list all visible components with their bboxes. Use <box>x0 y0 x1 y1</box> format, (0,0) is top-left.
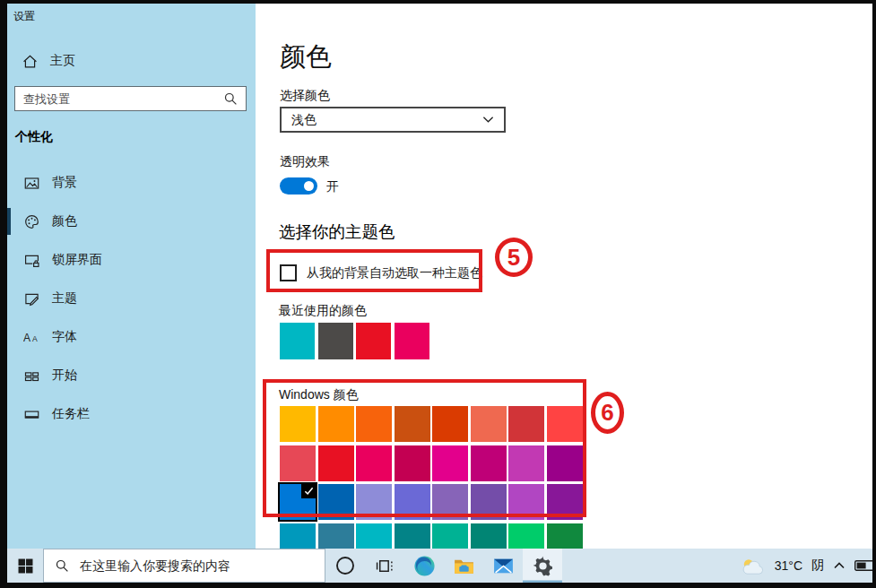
chevron-up-icon[interactable] <box>833 561 846 570</box>
windows-logo-icon <box>18 558 33 574</box>
taskbar-settings-button[interactable] <box>523 549 562 583</box>
windows-color-r2c7[interactable] <box>508 445 544 481</box>
recent-color-red[interactable] <box>356 323 391 359</box>
choose-color-label: 选择颜色 <box>280 88 330 104</box>
taskbar-task-view-button[interactable] <box>365 549 404 583</box>
windows-color-r3c6[interactable] <box>471 484 507 520</box>
fonts-icon: AA <box>22 330 40 345</box>
windows-color-r2c5[interactable] <box>432 445 468 481</box>
auto-pick-row: 从我的背景自动选取一种主题色 <box>280 264 482 281</box>
taskbar-file-explorer-button[interactable] <box>444 549 483 583</box>
windows-color-r4c7[interactable] <box>508 523 544 549</box>
weather-temperature[interactable]: 31°C <box>775 558 802 573</box>
palette-icon <box>22 214 40 229</box>
annotation-step-5: 5 <box>495 238 533 277</box>
sidebar-item-taskbar[interactable]: 任务栏 <box>7 396 256 432</box>
home-icon <box>22 54 38 69</box>
weather-cloud-icon[interactable] <box>741 557 766 575</box>
taskbar-cortana-button[interactable] <box>325 549 365 583</box>
auto-pick-label: 从我的背景自动选取一种主题色 <box>307 265 482 281</box>
cortana-icon <box>335 556 355 575</box>
chevron-down-icon <box>482 116 494 124</box>
windows-color-r2c4[interactable] <box>395 445 430 481</box>
windows-color-r1c6[interactable] <box>471 406 507 442</box>
home-label: 主页 <box>50 53 75 69</box>
windows-color-r3c2[interactable] <box>318 484 354 520</box>
settings-search-box[interactable] <box>14 86 247 111</box>
explorer-icon <box>453 555 475 577</box>
windows-color-r3c4[interactable] <box>395 484 430 520</box>
desktop-screenshot: 设置 主页 个性化 背景颜色锁屏界面主题AA字体开始任务栏 颜色 选择颜色 浅色 <box>0 0 876 588</box>
windows-color-r4c5[interactable] <box>432 523 468 549</box>
settings-window: 设置 主页 个性化 背景颜色锁屏界面主题AA字体开始任务栏 颜色 选择颜色 浅色 <box>7 4 872 549</box>
sidebar-item-themes[interactable]: 主题 <box>7 281 256 316</box>
sidebar-item-lock-screen[interactable]: 锁屏界面 <box>7 242 256 278</box>
page-title: 颜色 <box>280 39 332 75</box>
windows-color-r4c8[interactable] <box>547 523 583 549</box>
windows-color-r4c3[interactable] <box>356 523 392 549</box>
recent-color-pink[interactable] <box>395 323 429 359</box>
windows-color-r1c3[interactable] <box>356 406 392 442</box>
choose-color-dropdown[interactable]: 浅色 <box>280 107 506 133</box>
windows-color-r2c3[interactable] <box>356 445 392 481</box>
windows-color-r3c7[interactable] <box>508 484 544 520</box>
taskbar-mail-button[interactable] <box>483 549 523 583</box>
windows-colors-label: Windows 颜色 <box>279 387 359 403</box>
windows-colors-grid <box>280 406 583 549</box>
selected-check-icon <box>301 484 316 498</box>
windows-color-r3c8[interactable] <box>547 484 583 520</box>
windows-color-r1c8[interactable] <box>547 406 583 442</box>
windows-color-r1c7[interactable] <box>508 406 544 442</box>
taskview-icon <box>376 557 395 575</box>
recent-color-dark-gray[interactable] <box>318 323 353 359</box>
colors-settings-pane: 颜色 选择颜色 浅色 透明效果 开 选择你的主题色 从我的背景自动选取一种主题色… <box>256 4 872 549</box>
windows-color-r2c1[interactable] <box>280 445 316 481</box>
sidebar-item-label: 主题 <box>52 290 77 307</box>
windows-color-r1c5[interactable] <box>432 406 468 442</box>
windows-color-r4c6[interactable] <box>471 523 507 549</box>
windows-color-r1c4[interactable] <box>395 406 430 442</box>
battery-icon[interactable] <box>854 559 872 572</box>
settings-search-input[interactable] <box>15 92 224 106</box>
taskbar-edge-button[interactable] <box>404 549 444 583</box>
taskbar-app-icons <box>325 549 562 583</box>
sidebar-item-label: 字体 <box>52 329 77 345</box>
windows-color-r4c1[interactable] <box>280 523 316 549</box>
weather-condition[interactable]: 阴 <box>811 558 824 574</box>
recent-color-teal[interactable] <box>280 323 315 359</box>
edge-icon <box>413 555 436 577</box>
windows-color-r1c1[interactable] <box>280 406 316 442</box>
search-icon <box>224 92 238 106</box>
lockscreen-icon <box>22 253 40 268</box>
transparency-label: 透明效果 <box>280 154 330 170</box>
transparency-toggle[interactable] <box>280 177 317 195</box>
windows-color-r4c4[interactable] <box>395 523 430 549</box>
theme-icon <box>22 291 40 307</box>
sidebar-item-label: 背景 <box>52 175 77 191</box>
windows-color-r2c6[interactable] <box>471 445 507 481</box>
svg-text:A: A <box>23 332 30 344</box>
choose-color-value: 浅色 <box>291 112 317 128</box>
sidebar-item-home[interactable]: 主页 <box>14 47 247 75</box>
taskbar-search-input[interactable] <box>80 558 325 573</box>
windows-color-r2c2[interactable] <box>318 445 354 481</box>
windows-color-r2c8[interactable] <box>547 445 583 481</box>
windows-color-r3c3[interactable] <box>356 484 392 520</box>
start-button[interactable] <box>7 549 43 583</box>
sidebar-item-colors[interactable]: 颜色 <box>7 203 256 239</box>
sidebar-item-start[interactable]: 开始 <box>7 358 256 393</box>
start-icon <box>22 368 40 384</box>
sidebar-item-background[interactable]: 背景 <box>7 165 256 201</box>
sidebar-item-label: 开始 <box>52 368 77 384</box>
sidebar-item-label: 锁屏界面 <box>52 252 102 268</box>
windows-color-r3c5[interactable] <box>432 484 468 520</box>
image-icon <box>22 176 40 191</box>
recent-colors-label: 最近使用的颜色 <box>279 303 367 319</box>
windows-color-r3c1[interactable] <box>280 484 316 520</box>
auto-pick-checkbox[interactable] <box>280 264 297 281</box>
sidebar-item-fonts[interactable]: AA字体 <box>7 319 256 355</box>
taskbar-search-box[interactable] <box>43 549 325 583</box>
annotation-step-6: 6 <box>591 392 624 434</box>
windows-color-r1c2[interactable] <box>318 406 354 442</box>
windows-color-r4c2[interactable] <box>318 523 354 549</box>
